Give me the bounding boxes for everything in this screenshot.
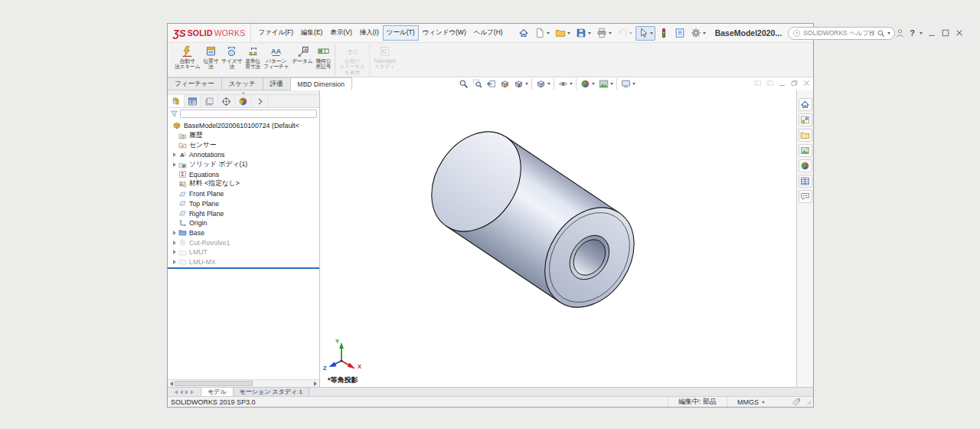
tree-item[interactable]: 材料 <指定なし> [168, 179, 319, 189]
tree-item[interactable]: A Annotations [168, 150, 319, 160]
menu-item[interactable]: ファイル(F) [254, 25, 297, 41]
featuremanager-tab[interactable] [185, 95, 201, 107]
graphics-viewport[interactable]: Y X Z *等角投影 [320, 90, 796, 387]
last-tab-icon[interactable] [191, 390, 194, 395]
command-tab[interactable]: 評価 [263, 77, 291, 90]
featuremanager-tab[interactable] [201, 95, 218, 107]
tree-horizontal-scrollbar[interactable] [168, 379, 319, 387]
tree-item[interactable]: Origin [168, 218, 319, 228]
expand-arrow-icon[interactable] [171, 169, 178, 179]
tree-item[interactable]: センサー [168, 140, 319, 150]
taskpane-button[interactable] [799, 175, 812, 188]
ribbon-button[interactable]: TolAnalyst スタディ [372, 44, 397, 77]
tree-root-item[interactable]: BaseModel20200610100724 (Default< [168, 121, 319, 131]
tree-filter-input[interactable] [180, 110, 317, 118]
qat-button[interactable] [635, 26, 655, 41]
qat-button[interactable] [688, 26, 708, 41]
tag-icon[interactable] [792, 398, 801, 407]
expand-arrow-icon[interactable] [171, 160, 178, 170]
scroll-right-icon[interactable] [314, 382, 317, 386]
resize-grip-icon[interactable] [804, 398, 812, 406]
help-search-box[interactable]: ? [788, 27, 895, 40]
headsup-button[interactable] [534, 78, 554, 90]
first-tab-icon[interactable] [175, 390, 178, 395]
headsup-button[interactable] [579, 78, 596, 90]
featuremanager-tab[interactable] [168, 95, 185, 107]
unit-system-selector[interactable]: MMGS [727, 397, 775, 407]
tree-item[interactable]: Right Plane [168, 208, 319, 218]
help-button[interactable]: ? [910, 28, 915, 38]
featuremanager-tab[interactable] [218, 95, 235, 107]
model-tab[interactable]: モデル [201, 388, 234, 396]
headsup-button[interactable] [471, 78, 484, 90]
taskpane-button[interactable] [799, 98, 812, 111]
rollback-bar[interactable] [168, 267, 319, 269]
expand-arrow-icon[interactable] [171, 150, 178, 160]
menu-item[interactable]: 編集(E) [297, 25, 326, 41]
scroll-thumb[interactable] [175, 381, 253, 386]
panel-splitter[interactable] [168, 90, 319, 95]
minimize-icon[interactable] [927, 28, 936, 38]
taskpane-button[interactable] [799, 144, 812, 157]
headsup-button[interactable] [557, 78, 577, 90]
tree-item[interactable]: Front Plane [168, 189, 319, 199]
tree-item[interactable]: ソリッド ボディ(1) [168, 160, 319, 170]
taskpane-button[interactable] [799, 129, 812, 142]
qat-button[interactable] [516, 26, 531, 41]
qat-button[interactable] [615, 26, 635, 41]
qat-button[interactable] [573, 26, 593, 41]
next-tab-icon[interactable] [185, 390, 188, 395]
featuremanager-tab[interactable] [252, 95, 269, 107]
headsup-button[interactable] [485, 78, 498, 90]
search-caret-icon[interactable] [887, 32, 890, 34]
search-icon[interactable] [877, 29, 885, 38]
ribbon-button[interactable]: 位置寸 法 [201, 44, 220, 77]
expand-arrow-icon[interactable] [171, 257, 178, 267]
tree-item[interactable]: 履歴 [168, 131, 319, 141]
tree-item[interactable]: LMU-MX [168, 257, 319, 267]
expand-arrow-icon[interactable] [171, 247, 178, 257]
taskpane-button[interactable] [799, 159, 812, 172]
expand-arrow-icon[interactable] [171, 228, 178, 238]
login-icon[interactable] [895, 28, 905, 38]
menu-item[interactable]: 挿入(I) [356, 25, 383, 41]
expand-arrow-icon[interactable] [171, 237, 178, 247]
headsup-button[interactable] [597, 78, 617, 90]
menu-item[interactable]: ヘルプ(H) [470, 25, 507, 41]
search-input[interactable] [803, 29, 874, 37]
command-tab[interactable]: フィーチャー [168, 77, 222, 90]
featuremanager-tab[interactable] [235, 95, 252, 107]
ribbon-button[interactable]: 幾何公 差記号 [314, 44, 335, 77]
scroll-left-icon[interactable] [170, 382, 173, 386]
doc-window-control-icon[interactable] [753, 79, 762, 87]
taskpane-button[interactable] [799, 190, 812, 203]
doc-window-control-icon[interactable] [802, 79, 811, 87]
qat-button[interactable] [594, 26, 614, 41]
doc-window-control-icon[interactable] [778, 79, 786, 87]
tree-item[interactable]: Base [168, 228, 319, 238]
headsup-button[interactable] [498, 78, 511, 90]
ribbon-button[interactable]: 自動寸 法スキーム [173, 44, 201, 77]
qat-button[interactable] [532, 26, 552, 41]
headsup-button[interactable] [619, 78, 637, 90]
expand-arrow-icon[interactable] [171, 208, 178, 218]
expand-arrow-icon[interactable] [171, 199, 178, 209]
headsup-button[interactable] [457, 78, 470, 90]
help-caret-icon[interactable] [920, 32, 923, 34]
qat-button[interactable] [553, 26, 573, 41]
maximize-icon[interactable] [941, 28, 950, 38]
tree-item[interactable]: LMUT [168, 247, 319, 257]
model-tab[interactable]: モーション スタディ 1 [234, 388, 309, 396]
ribbon-button[interactable]: サイズ寸 法 [220, 44, 243, 77]
close-icon[interactable] [955, 28, 964, 38]
tree-item[interactable]: Cut-Revolve1 [168, 237, 319, 247]
doc-window-control-icon[interactable] [790, 79, 799, 87]
menu-item[interactable]: 表示(V) [326, 25, 355, 41]
ribbon-button[interactable]: ± 公差の ステータス を表示 [338, 44, 370, 77]
expand-arrow-icon[interactable] [171, 189, 178, 199]
ribbon-button[interactable]: 基準位 置寸法 [243, 44, 262, 77]
doc-window-control-icon[interactable] [766, 79, 774, 87]
expand-arrow-icon[interactable] [171, 140, 178, 150]
tree-item[interactable]: Σ Equations [168, 169, 319, 179]
expand-arrow-icon[interactable] [171, 179, 178, 189]
